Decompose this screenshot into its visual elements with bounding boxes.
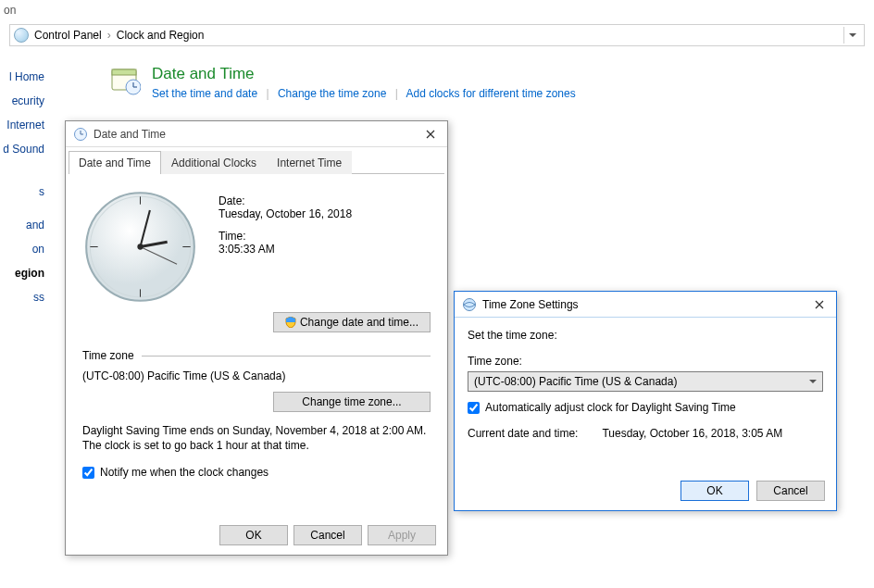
timezone-field-label: Time zone: bbox=[468, 355, 823, 368]
link-add-clocks[interactable]: Add clocks for different time zones bbox=[406, 87, 575, 100]
uac-shield-icon bbox=[285, 317, 296, 328]
button-label: Change date and time... bbox=[300, 316, 418, 329]
notify-row[interactable]: Notify me when the clock changes bbox=[82, 466, 431, 479]
sidebar-item[interactable]: and bbox=[0, 213, 48, 237]
time-value: 3:05:33 AM bbox=[218, 243, 352, 256]
tab-strip: Date and Time Additional Clocks Internet… bbox=[69, 150, 444, 174]
globe-icon bbox=[462, 297, 477, 312]
titlebar[interactable]: Time Zone Settings bbox=[455, 292, 836, 318]
date-time-icon bbox=[73, 127, 88, 142]
timezone-section-label: Time zone bbox=[82, 349, 134, 362]
dialog-title: Time Zone Settings bbox=[482, 298, 810, 311]
select-value: (UTC-08:00) Pacific Time (US & Canada) bbox=[474, 375, 677, 388]
tab-panel: Date: Tuesday, October 16, 2018 Time: 3:… bbox=[66, 174, 447, 488]
address-dropdown[interactable] bbox=[843, 27, 860, 44]
date-and-time-dialog: Date and Time Date and Time Additional C… bbox=[65, 120, 448, 556]
notify-label: Notify me when the clock changes bbox=[100, 466, 268, 479]
date-label: Date: bbox=[218, 194, 352, 207]
titlebar[interactable]: Date and Time bbox=[66, 121, 447, 147]
ok-button[interactable]: OK bbox=[680, 481, 749, 501]
chevron-down-icon bbox=[809, 380, 817, 383]
current-datetime-label: Current date and time: bbox=[468, 427, 578, 440]
category-sidebar: l Home ecurity Internet d Sound s and on… bbox=[0, 65, 48, 309]
sidebar-item[interactable]: Internet bbox=[0, 113, 48, 137]
task-links: Set the time and date | Change the time … bbox=[152, 87, 576, 100]
tab-date-and-time[interactable]: Date and Time bbox=[69, 151, 161, 174]
address-bar: Control Panel › Clock and Region bbox=[9, 24, 865, 46]
main-content: Date and Time Set the time and date | Ch… bbox=[111, 65, 576, 100]
change-time-zone-button[interactable]: Change time zone... bbox=[273, 392, 431, 412]
cancel-button[interactable]: Cancel bbox=[756, 481, 825, 501]
separator: | bbox=[395, 87, 398, 100]
dialog-button-row: OK Cancel Apply bbox=[219, 525, 436, 545]
apply-button: Apply bbox=[368, 525, 436, 545]
analog-clock bbox=[82, 189, 198, 305]
sidebar-item[interactable]: s bbox=[0, 180, 48, 204]
cancel-button[interactable]: Cancel bbox=[293, 525, 362, 545]
auto-dst-label: Automatically adjust clock for Daylight … bbox=[485, 401, 736, 414]
separator: | bbox=[266, 87, 268, 100]
instruction-text: Set the time zone: bbox=[468, 329, 823, 342]
auto-dst-checkbox[interactable] bbox=[468, 402, 480, 414]
sidebar-item[interactable]: ss bbox=[0, 285, 48, 309]
date-time-icon bbox=[111, 65, 141, 96]
svg-rect-1 bbox=[112, 69, 136, 75]
date-value: Tuesday, October 16, 2018 bbox=[218, 207, 352, 220]
svg-point-19 bbox=[137, 244, 143, 249]
window-title-fragment: on bbox=[0, 4, 16, 17]
dialog-body: Set the time zone: Time zone: (UTC-08:00… bbox=[455, 318, 836, 510]
section-headline[interactable]: Date and Time bbox=[152, 65, 576, 83]
time-zone-settings-dialog: Time Zone Settings Set the time zone: Ti… bbox=[454, 291, 837, 511]
tab-internet-time[interactable]: Internet Time bbox=[267, 151, 352, 174]
link-change-timezone[interactable]: Change the time zone bbox=[278, 87, 386, 100]
timezone-select[interactable]: (UTC-08:00) Pacific Time (US & Canada) bbox=[468, 371, 823, 392]
chevron-right-icon: › bbox=[107, 29, 111, 42]
sidebar-item[interactable]: ecurity bbox=[0, 89, 48, 113]
date-time-readout: Date: Tuesday, October 16, 2018 Time: 3:… bbox=[218, 189, 352, 305]
close-button[interactable] bbox=[421, 125, 440, 144]
chevron-down-icon bbox=[849, 33, 856, 37]
close-button[interactable] bbox=[810, 295, 829, 314]
dst-info-text: Daylight Saving Time ends on Sunday, Nov… bbox=[82, 423, 431, 453]
dialog-title: Date and Time bbox=[94, 128, 421, 141]
notify-checkbox[interactable] bbox=[82, 467, 94, 479]
tab-additional-clocks[interactable]: Additional Clocks bbox=[161, 151, 267, 174]
breadcrumb-root[interactable]: Control Panel bbox=[34, 29, 102, 42]
time-label: Time: bbox=[218, 230, 352, 243]
sidebar-item[interactable]: l Home bbox=[0, 65, 48, 89]
dialog-button-row: OK Cancel bbox=[680, 481, 825, 501]
sidebar-item[interactable]: d Sound bbox=[0, 137, 48, 161]
auto-dst-row[interactable]: Automatically adjust clock for Daylight … bbox=[468, 401, 823, 414]
timezone-value: (UTC-08:00) Pacific Time (US & Canada) bbox=[82, 369, 431, 382]
close-icon bbox=[815, 300, 824, 309]
current-datetime-value: Tuesday, October 16, 2018, 3:05 AM bbox=[602, 427, 782, 440]
control-panel-icon bbox=[14, 28, 29, 43]
change-date-time-button[interactable]: Change date and time... bbox=[273, 312, 431, 332]
close-icon bbox=[426, 130, 435, 139]
breadcrumb-section[interactable]: Clock and Region bbox=[117, 29, 205, 42]
link-set-time[interactable]: Set the time and date bbox=[152, 87, 257, 100]
ok-button[interactable]: OK bbox=[219, 525, 288, 545]
svg-point-20 bbox=[464, 298, 476, 310]
sidebar-item-active[interactable]: egion bbox=[0, 261, 48, 285]
sidebar-item[interactable]: on bbox=[0, 237, 48, 261]
